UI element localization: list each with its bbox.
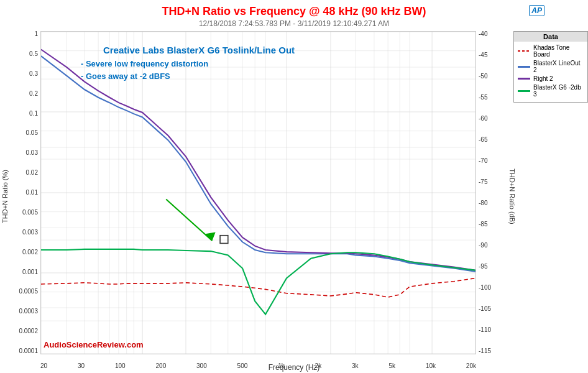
y-tick-right: -105 bbox=[479, 306, 491, 312]
legend-color-khadas bbox=[518, 50, 530, 52]
legend-item-khadas: Khadas Tone Board bbox=[518, 44, 584, 58]
y-tick: 0.03 bbox=[26, 150, 38, 156]
x-tick-30: 30 bbox=[78, 362, 85, 369]
legend-label-g6: BlasterX G6 -2db 3 bbox=[533, 84, 584, 98]
y-tick-right: -75 bbox=[479, 179, 487, 185]
x-tick-3k: 3k bbox=[352, 362, 359, 369]
y-tick-right: -80 bbox=[479, 200, 487, 206]
legend-item-g6: BlasterX G6 -2db 3 bbox=[518, 84, 584, 98]
y-tick: 0.0001 bbox=[19, 348, 38, 354]
x-tick-100: 100 bbox=[115, 362, 126, 369]
x-tick-300: 300 bbox=[196, 362, 207, 369]
annotation-line2: - Severe low frequency distortion bbox=[81, 59, 208, 68]
legend-color-g6 bbox=[518, 90, 530, 92]
chart-title: THD+N Ratio vs Frequency @ 48 kHz (90 kH… bbox=[0, 0, 588, 18]
y-axis-right: THD+N Ratio (dB) -40 -45 -50 -55 -60 -65… bbox=[476, 31, 513, 354]
y-axis-right-label: THD+N Ratio (dB) bbox=[508, 168, 516, 224]
legend-label-right2: Right 2 bbox=[533, 75, 553, 82]
g6-curve bbox=[41, 249, 475, 315]
y-tick: 0.1 bbox=[29, 111, 38, 117]
legend-item-right2: Right 2 bbox=[518, 75, 584, 82]
y-tick-right: -85 bbox=[479, 221, 487, 228]
x-tick-20: 20 bbox=[40, 362, 47, 369]
y-tick: 0.0003 bbox=[19, 308, 38, 315]
y-axis-left: THD+N Ratio (%) 1 0.5 0.3 0.2 0.1 0.05 0… bbox=[0, 31, 40, 354]
y-tick-right: -45 bbox=[479, 52, 487, 58]
x-axis-ticks: 20 30 100 200 300 500 1k 2k 3k 5k 10k 20… bbox=[40, 362, 476, 369]
y-tick-right: -70 bbox=[479, 158, 487, 164]
watermark: AudioScienceReview.com bbox=[44, 340, 144, 349]
y-tick-right: -65 bbox=[479, 137, 487, 143]
legend-color-right2 bbox=[518, 78, 530, 80]
y-tick: 0.02 bbox=[26, 170, 38, 176]
y-tick: 0.05 bbox=[26, 130, 38, 136]
svg-rect-43 bbox=[220, 236, 228, 244]
y-tick-right: -90 bbox=[479, 242, 487, 249]
y-tick-right: -115 bbox=[479, 348, 491, 354]
y-tick-right: -100 bbox=[479, 285, 491, 291]
annotation-line1: Creative Labs BlasterX G6 Toslink/Line O… bbox=[68, 45, 329, 55]
y-tick: 0.001 bbox=[22, 269, 38, 275]
annotation-line3: - Goes away at -2 dBFS bbox=[81, 71, 170, 81]
y-tick-right: -60 bbox=[479, 116, 487, 122]
x-tick-5k: 5k bbox=[388, 362, 395, 369]
y-axis-left-label: THD+N Ratio (%) bbox=[1, 170, 9, 223]
y-tick: 0.0005 bbox=[19, 288, 38, 295]
y-tick-right: -40 bbox=[479, 31, 487, 37]
legend-label-khadas: Khadas Tone Board bbox=[533, 44, 584, 58]
y-tick: 0.5 bbox=[29, 51, 38, 57]
x-tick-500: 500 bbox=[237, 362, 248, 369]
legend-color-blasterx bbox=[518, 66, 530, 68]
y-tick: 0.005 bbox=[22, 210, 38, 216]
blasterx-lineout-curve bbox=[41, 56, 475, 272]
y-tick: 0.002 bbox=[22, 249, 38, 256]
khadas-curve bbox=[41, 278, 475, 297]
chart-container: THD+N Ratio vs Frequency @ 48 kHz (90 kH… bbox=[0, 0, 588, 373]
y-tick: 0.2 bbox=[29, 91, 38, 97]
chart-subtitle: 12/18/2018 7:24:53.783 PM - 3/11/2019 12… bbox=[0, 19, 588, 28]
y-tick: 0.003 bbox=[22, 229, 38, 236]
y-tick: 0.01 bbox=[26, 190, 38, 196]
x-tick-10k: 10k bbox=[426, 362, 436, 369]
legend-item-blasterx: BlasterX LineOut 2 bbox=[518, 60, 584, 73]
y-tick-right: -55 bbox=[479, 94, 487, 101]
y-tick-right: -110 bbox=[479, 327, 491, 333]
y-tick: 0.0002 bbox=[19, 328, 38, 334]
y-tick-right: -50 bbox=[479, 73, 487, 80]
legend-title: Data bbox=[514, 32, 587, 42]
y-tick: 0.3 bbox=[29, 71, 38, 77]
legend-label-blasterx: BlasterX LineOut 2 bbox=[533, 60, 584, 73]
legend-box: Data Khadas Tone Board BlasterX LineOut … bbox=[513, 31, 588, 103]
y-tick-right: -95 bbox=[479, 264, 487, 270]
x-tick-20k: 20k bbox=[466, 362, 476, 369]
x-tick-200: 200 bbox=[156, 362, 167, 369]
y-tick: 1 bbox=[34, 31, 38, 37]
x-axis-label: Frequency (Hz) bbox=[269, 363, 320, 372]
right2-curve bbox=[41, 50, 475, 270]
ap-logo: AP bbox=[529, 5, 544, 16]
